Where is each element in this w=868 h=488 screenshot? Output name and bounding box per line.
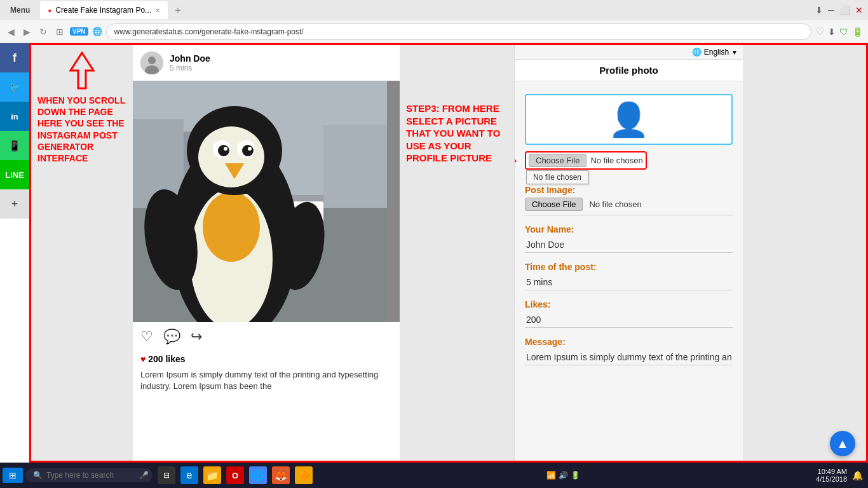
name-input[interactable] bbox=[525, 237, 733, 253]
browser-toolbar: ◀ ▶ ↻ ⊞ VPN 🌐 ♡ ⬇ 🛡 🔋 bbox=[0, 20, 868, 43]
message-label: Message: bbox=[525, 337, 733, 347]
lang-chevron[interactable]: ▼ bbox=[731, 49, 738, 56]
post-time: 5 mins bbox=[170, 64, 210, 72]
svg-point-20 bbox=[203, 192, 260, 262]
svg-point-27 bbox=[224, 147, 227, 151]
volume-icon: 🔊 bbox=[559, 471, 568, 480]
share-button[interactable]: + bbox=[0, 189, 29, 219]
twitter-share-button[interactable]: 🐦 bbox=[0, 72, 29, 102]
left-annotation: WHEN YOU SCROLL DOWN THE PAGE HERE YOU S… bbox=[31, 45, 133, 461]
scroll-up-arrow bbox=[69, 51, 95, 90]
file-explorer-button[interactable]: 📁 bbox=[203, 466, 221, 484]
taskbar-search[interactable]: 🔍 🎤 bbox=[25, 468, 153, 482]
back-button[interactable]: ◀ bbox=[5, 24, 17, 39]
new-tab-button[interactable]: ＋ bbox=[173, 4, 183, 17]
post-caption: Lorem Ipsum is simply dummy text of the … bbox=[133, 367, 400, 395]
lang-bar: 🌐 English ▼ bbox=[515, 45, 743, 60]
download-icon[interactable]: ⬇ bbox=[815, 5, 823, 15]
lang-label: English bbox=[704, 48, 729, 57]
address-bar[interactable] bbox=[106, 24, 811, 40]
left-annotation-text: WHEN YOU SCROLL DOWN THE PAGE HERE YOU S… bbox=[37, 95, 126, 164]
share-post-icon[interactable]: ↪ bbox=[191, 329, 202, 345]
line-share-button[interactable]: LINE bbox=[0, 160, 29, 189]
post-likes: ♥ 200 likes bbox=[133, 351, 400, 367]
download-icon[interactable]: ⬇ bbox=[828, 27, 836, 37]
avatar bbox=[140, 51, 163, 74]
facebook-share-button[interactable]: f bbox=[0, 43, 29, 72]
battery-icon: 🔋 bbox=[852, 27, 863, 37]
linkedin-share-button[interactable]: in bbox=[0, 102, 29, 131]
file-tooltip: No file chosen bbox=[526, 170, 588, 184]
opera-menu[interactable]: Menu bbox=[5, 4, 35, 16]
vlc-icon: 🔶 bbox=[299, 470, 309, 480]
opera-icon: O bbox=[232, 471, 238, 480]
name-field: Your Name: bbox=[525, 224, 733, 255]
opera-button[interactable]: O bbox=[226, 466, 244, 484]
folder-icon: 📁 bbox=[206, 470, 219, 482]
svg-point-28 bbox=[248, 147, 252, 151]
start-button[interactable]: ⊞ bbox=[3, 468, 23, 483]
comment-icon[interactable]: 💬 bbox=[163, 329, 180, 345]
tab-close-button[interactable]: ✕ bbox=[155, 7, 160, 14]
post-image-file: Choose File No file chosen bbox=[525, 198, 733, 211]
like-icon[interactable]: ♡ bbox=[140, 329, 153, 345]
scroll-to-top-button[interactable]: ▲ bbox=[830, 431, 855, 456]
forward-button[interactable]: ▶ bbox=[21, 24, 33, 39]
likes-input[interactable] bbox=[525, 312, 733, 328]
message-field: Message: bbox=[525, 337, 733, 368]
profile-file-label: No file chosen bbox=[590, 156, 642, 165]
post-image-choose-file-button[interactable]: Choose File bbox=[525, 198, 583, 211]
taskbar-search-input[interactable] bbox=[46, 471, 135, 480]
profile-silhouette-icon: 👤 bbox=[608, 100, 649, 139]
chrome-button[interactable]: 🌐 bbox=[249, 466, 267, 484]
form-panel: 🌐 English ▼ Profile photo 👤 → Choose Fil… bbox=[514, 45, 743, 461]
time-label: Time of the post: bbox=[525, 262, 733, 272]
battery-tray-icon: 🔋 bbox=[571, 471, 580, 480]
task-view-button[interactable]: ⊟ bbox=[158, 466, 175, 484]
time-field: Time of the post: bbox=[525, 262, 733, 293]
vlc-button[interactable]: 🔶 bbox=[295, 466, 313, 484]
svg-point-26 bbox=[242, 145, 254, 156]
network-icon: 📶 bbox=[546, 471, 556, 480]
name-label: Your Name: bbox=[525, 224, 733, 234]
firefox-icon: 🦊 bbox=[275, 470, 287, 482]
notification-icon[interactable]: 🔔 bbox=[852, 470, 863, 480]
refresh-button[interactable]: ↻ bbox=[37, 24, 50, 39]
post-meta: John Doe 5 mins bbox=[170, 53, 210, 72]
message-input[interactable] bbox=[525, 349, 733, 365]
toolbar-icons: ♡ ⬇ 🛡 🔋 bbox=[815, 25, 863, 37]
taskbar-date: 4/15/2018 bbox=[816, 475, 847, 483]
line-icon: LINE bbox=[5, 170, 24, 180]
linkedin-icon: in bbox=[11, 112, 18, 121]
whatsapp-icon: 📱 bbox=[8, 140, 21, 152]
maximize-button[interactable]: ⬜ bbox=[839, 5, 850, 15]
minimize-button[interactable]: ─ bbox=[828, 5, 834, 15]
vpn-badge[interactable]: VPN bbox=[70, 27, 88, 36]
close-button[interactable]: ✕ bbox=[855, 5, 863, 15]
profile-photo-upload: 👤 bbox=[525, 94, 733, 145]
svg-marker-0 bbox=[71, 53, 93, 88]
likes-label: Likes: bbox=[525, 299, 733, 309]
home-button[interactable]: ⊞ bbox=[53, 24, 66, 39]
profile-file-input-box: Choose File No file chosen bbox=[525, 151, 647, 170]
ie-app-button[interactable]: e bbox=[180, 466, 198, 484]
time-input[interactable] bbox=[525, 274, 733, 290]
firefox-button[interactable]: 🦊 bbox=[272, 466, 290, 484]
globe-icon: 🌐 bbox=[692, 48, 702, 57]
secure-icon: 🌐 bbox=[92, 27, 102, 36]
search-icon: 🔍 bbox=[33, 471, 43, 480]
profile-choose-file-button[interactable]: Choose File bbox=[529, 154, 587, 167]
taskbar-clock: 10:49 AM 4/15/2018 bbox=[816, 468, 852, 483]
post-username: John Doe bbox=[170, 53, 210, 64]
chrome-icon: 🌐 bbox=[252, 470, 264, 482]
system-tray: 📶 🔊 🔋 bbox=[546, 471, 580, 480]
mic-icon[interactable]: 🎤 bbox=[139, 471, 149, 480]
bookmark-icon[interactable]: ♡ bbox=[815, 25, 824, 37]
social-sidebar: f 🐦 in 📱 LINE + bbox=[0, 43, 29, 463]
post-image-field: Post Image: Choose File No file chosen bbox=[525, 185, 733, 218]
shield-icon[interactable]: 🛡 bbox=[839, 27, 848, 37]
window-controls: ⬇ ─ ⬜ ✕ bbox=[815, 5, 863, 15]
browser-tab[interactable]: ● Create Fake Instagram Po... ✕ bbox=[40, 1, 168, 19]
form-section: 👤 → Choose File No file chosen No file c… bbox=[515, 81, 743, 381]
whatsapp-share-button[interactable]: 📱 bbox=[0, 131, 29, 160]
